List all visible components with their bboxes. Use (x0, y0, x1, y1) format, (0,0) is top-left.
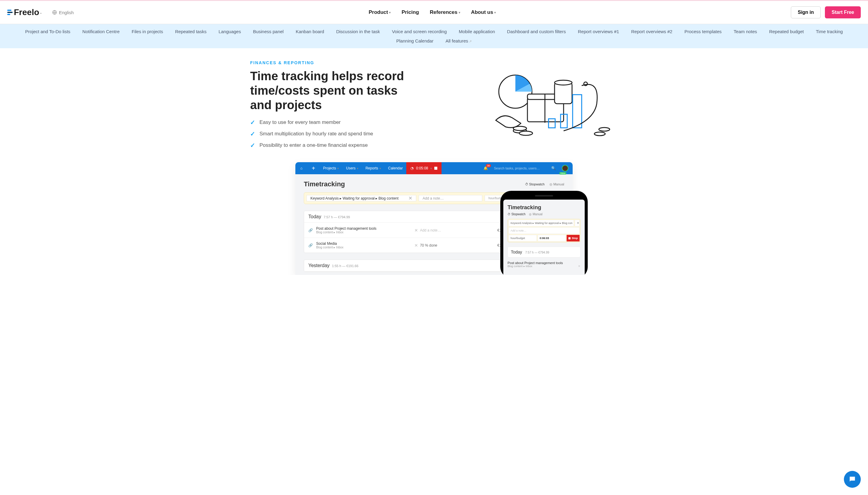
globe-icon (52, 10, 57, 15)
subnav-item[interactable]: Dashboard and custom filters (507, 29, 566, 34)
remove-icon[interactable]: ✕ (413, 243, 420, 248)
clear-icon[interactable]: ✕ (575, 220, 579, 226)
subnav-item[interactable]: Notification Centre (82, 29, 119, 34)
nav-references[interactable]: References▾ (430, 9, 460, 15)
subnav-item[interactable]: Team notes (733, 29, 757, 34)
search-icon[interactable]: 🔍 (551, 166, 556, 170)
clock-icon: ◔ (411, 166, 414, 170)
nav-projects[interactable]: Projects▾ (319, 166, 342, 170)
mode-manual[interactable]: ◎ Manual (529, 212, 542, 216)
search-input[interactable] (494, 166, 545, 170)
chevron-down-icon: ▾ (459, 11, 460, 14)
home-icon[interactable]: ⌂ (295, 166, 308, 170)
chevron-down-icon: ▾ (494, 11, 496, 14)
notifications-icon[interactable]: 🔔30 (483, 166, 488, 170)
signin-button[interactable]: Sign in (791, 6, 821, 18)
nav-about[interactable]: About us▾ (471, 9, 496, 15)
subnav-all-features[interactable]: All features (446, 38, 472, 44)
feature-subnav: Project and To-Do lists Notification Cen… (0, 24, 868, 48)
subnav-item[interactable]: Mobile application (459, 29, 495, 34)
svg-point-13 (594, 132, 605, 136)
mode-stopwatch[interactable]: ⏱ Stopwatch (525, 182, 544, 186)
logo-text: Freelo (14, 7, 39, 17)
hero-illustration (485, 70, 618, 143)
nav-pricing[interactable]: Pricing (401, 9, 419, 15)
main-header: Freelo. English Product▾ Pricing Referen… (0, 0, 868, 24)
task-path[interactable]: Keyword Analysis ▸ Waiting for approval … (508, 220, 574, 226)
subnav-item[interactable]: Repeated budget (769, 29, 804, 34)
subnav-item[interactable]: Time tracking (816, 29, 843, 34)
mode-stopwatch[interactable]: ⏱ Stopwatch (507, 212, 525, 216)
note-input[interactable]: Add a note… (508, 227, 579, 234)
subnav-item[interactable]: Report overviews #1 (578, 29, 619, 34)
subnav-item[interactable]: Project and To-Do lists (25, 29, 71, 34)
stop-button[interactable]: Stop (567, 235, 579, 241)
logo-icon (7, 10, 13, 15)
elapsed-time: 0:06:03 (538, 235, 566, 241)
page-title: Timetracking (304, 180, 345, 188)
svg-point-5 (555, 80, 572, 85)
mobile-mockup: Timetracking ⏱ Stopwatch ◎ Manual Keywor… (500, 191, 588, 275)
svg-rect-4 (555, 83, 572, 104)
subnav-item[interactable]: Voice and screen recording (392, 29, 447, 34)
mode-manual[interactable]: ◎ Manual (550, 182, 564, 186)
language-selector[interactable]: English (52, 10, 73, 15)
hero-title: Time tracking helps record time/costs sp… (250, 69, 419, 112)
rate-field[interactable]: hour/budget (508, 235, 537, 241)
nav-reports[interactable]: Reports▾ (362, 166, 385, 170)
timer-widget[interactable]: ◔ 0:05:08▾ (406, 162, 441, 174)
svg-point-11 (519, 131, 533, 135)
subnav-item[interactable]: Languages (219, 29, 241, 34)
check-icon: ✓ (250, 142, 255, 149)
chevron-down-icon: ▾ (389, 11, 390, 14)
remove-icon[interactable]: ✕ (413, 228, 420, 233)
hero-eyebrow: FINANCES & REPORTING (250, 60, 473, 65)
avatar[interactable]: TRIAL (562, 165, 569, 172)
feature-bullet: ✓Easy to use for every team member (250, 119, 473, 126)
feature-bullet: ✓Smart multiplication by hourly rate and… (250, 130, 473, 137)
hero: FINANCES & REPORTING Time tracking helps… (238, 60, 630, 153)
subnav-item[interactable]: Business panel (253, 29, 283, 34)
svg-rect-6 (573, 95, 582, 128)
subnav-item[interactable]: Report overviews #2 (631, 29, 672, 34)
mode-toggle: ⏱ Stopwatch ◎ Manual (525, 182, 564, 186)
subnav-item[interactable]: Discussion in the task (336, 29, 380, 34)
app-screenshot: ⌂ + Projects▾ Users▾ Reports▾ Calendar ◔… (283, 162, 585, 275)
add-icon[interactable]: + (308, 165, 319, 172)
subnav-item[interactable]: Repeated tasks (175, 29, 206, 34)
nav-calendar[interactable]: Calendar (385, 166, 406, 170)
check-icon: ✓ (250, 130, 255, 137)
stop-icon (434, 167, 437, 170)
nav-users[interactable]: Users▾ (342, 166, 362, 170)
subnav-item[interactable]: Planning Calendar (396, 38, 433, 44)
feature-bullet: ✓Possibility to enter a one-time financi… (250, 142, 473, 149)
app-topbar: ⌂ + Projects▾ Users▾ Reports▾ Calendar ◔… (295, 162, 573, 174)
clear-icon[interactable]: ✕ (409, 195, 412, 201)
start-free-button[interactable]: Start Free (825, 6, 861, 18)
subnav-item[interactable]: Kanban board (296, 29, 324, 34)
link-icon: 🔗 (308, 228, 316, 233)
primary-nav: Product▾ Pricing References▾ About us▾ (369, 9, 496, 15)
subnav-item[interactable]: Process templates (684, 29, 722, 34)
link-icon: 🔗 (308, 243, 316, 248)
subnav-item[interactable]: Files in projects (132, 29, 163, 34)
task-path[interactable]: Keyword Analysis ▸ Waiting for approval … (307, 195, 416, 201)
logo[interactable]: Freelo. (7, 7, 41, 17)
svg-point-12 (599, 127, 610, 131)
note-input[interactable]: Add a note… (419, 195, 482, 201)
nav-product[interactable]: Product▾ (369, 9, 390, 15)
check-icon: ✓ (250, 119, 255, 126)
close-icon[interactable]: ✕ (578, 265, 580, 268)
